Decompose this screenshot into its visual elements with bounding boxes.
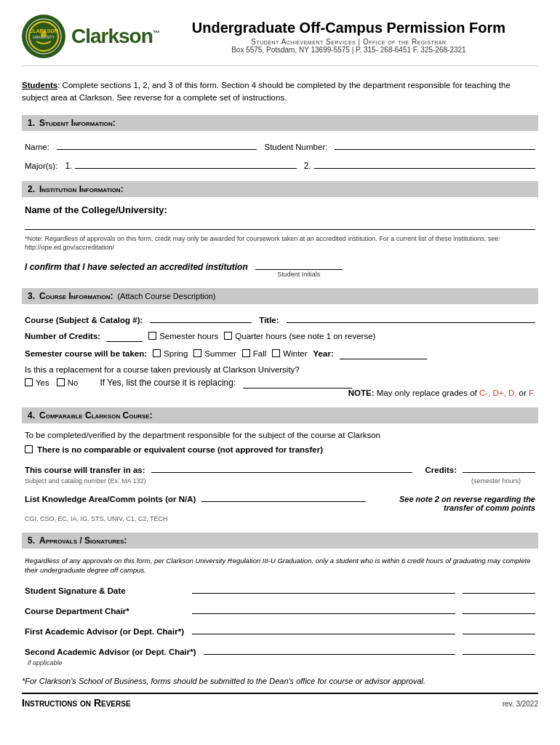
first-advisor-date-input[interactable] xyxy=(463,623,535,634)
first-advisor-label: First Academic Advisor (or Dept. Chair*) xyxy=(25,627,185,636)
no-checkbox-label[interactable]: No xyxy=(57,378,79,387)
no-text: No xyxy=(68,378,79,387)
business-note: *For Clarkson's School of Business, form… xyxy=(22,677,538,685)
second-advisor-date-input[interactable] xyxy=(463,643,535,655)
section-4-body: To be completed/verified by the departme… xyxy=(22,431,538,522)
transfer-label: This course will transfer in as: xyxy=(25,466,145,474)
transfer-sub: Subject and catalog number (Ex: MA 132) … xyxy=(25,477,535,485)
instructions-block: Students: Complete sections 1, 2, and 3 … xyxy=(22,79,538,105)
course-input[interactable] xyxy=(150,311,252,323)
year-input[interactable] xyxy=(340,348,427,359)
knowledge-sub: CGI, CSO, EC, IA, IG, STS, UNIV, C1, C2,… xyxy=(25,515,535,522)
name-label: Name: xyxy=(25,143,49,151)
confirm-initials-input[interactable] xyxy=(255,258,343,270)
quarter-hours-checkbox[interactable] xyxy=(224,332,232,340)
replacement-row: Is this a replacement for a course taken… xyxy=(25,365,535,397)
transfer-credits-input[interactable] xyxy=(463,461,535,473)
section-3-header: 3. Course Information: (Attach Course De… xyxy=(22,288,538,304)
spring-checkbox[interactable] xyxy=(153,349,161,357)
instructions-footer-label: Instructions on Reverse xyxy=(22,697,131,709)
section-5-header: 5. Approvals / Signatures: xyxy=(22,533,538,549)
fall-checkbox-label[interactable]: Fall xyxy=(242,349,267,358)
year-label: Year: xyxy=(313,349,334,358)
credits-input[interactable] xyxy=(106,330,143,342)
knowledge-hint: CGI, CSO, EC, IA, IG, STS, UNIV, C1, C2,… xyxy=(25,515,168,522)
grades-or: or xyxy=(516,389,529,397)
college-name-label: Name of the College/University: xyxy=(25,204,535,215)
replacement-question: Is this a replacement for a course taken… xyxy=(25,365,535,374)
second-advisor-sig-input[interactable] xyxy=(204,643,455,655)
section-5-title: Approvals / Signatures: xyxy=(39,535,127,546)
approvals-note: Regardless of any approvals on this form… xyxy=(25,556,535,575)
replacement-options: Yes No If Yes, list the course it is rep… xyxy=(25,377,535,389)
student-number-label: Student Number: xyxy=(264,143,327,151)
quarter-hours-text: Quarter hours (see note 1 on reverse) xyxy=(235,332,375,340)
section-1-header: 1. Student Information: xyxy=(22,115,538,131)
section-1-title: Student Information: xyxy=(39,118,116,128)
logo-circle: CLARKSON UNIVERSITY xyxy=(22,15,65,58)
logo-area: CLARKSON UNIVERSITY Clarkson™ xyxy=(22,15,159,58)
section-5-num: 5. xyxy=(28,535,35,546)
major-row: Major(s): 1. 2. xyxy=(25,157,535,171)
winter-text: Winter xyxy=(283,349,307,358)
semester-row: Semester course will be taken: Spring Su… xyxy=(25,348,535,359)
yes-checkbox[interactable] xyxy=(25,378,33,386)
no-comparable-label: There is no comparable or equivalent cou… xyxy=(37,445,323,454)
title-input[interactable] xyxy=(287,311,535,323)
no-comparable-row: There is no comparable or equivalent cou… xyxy=(25,445,535,454)
section-2-body: Name of the College/University: *Note: R… xyxy=(22,204,538,278)
form-contact: Box 5575, Potsdam, NY 13699-5575 | P. 31… xyxy=(159,46,538,54)
second-advisor-row: Second Academic Advisor (or Dept. Chair*… xyxy=(25,643,535,656)
replacing-course-input[interactable] xyxy=(243,377,352,389)
major-1-field: 1. xyxy=(65,157,296,171)
major-1-input[interactable] xyxy=(75,157,296,169)
confirm-initials-group: Student Initials xyxy=(255,258,343,278)
section-2-header: 2. Institution Information: xyxy=(22,181,538,197)
section-4-num: 4. xyxy=(28,410,35,421)
winter-checkbox-label[interactable]: Winter xyxy=(272,349,307,358)
winter-checkbox[interactable] xyxy=(272,349,280,357)
if-applicable-label: if applicable xyxy=(25,659,535,666)
yes-checkbox-label[interactable]: Yes xyxy=(25,378,49,387)
summer-text: Summer xyxy=(204,349,236,358)
major-label: Major(s): xyxy=(25,162,57,170)
summer-checkbox-label[interactable]: Summer xyxy=(193,349,236,358)
form-subtitle: Student Achievement Services | Office of… xyxy=(159,38,538,46)
grades-f: F. xyxy=(529,389,535,397)
semester-hours-checkbox[interactable] xyxy=(148,332,156,340)
first-advisor-sig-input[interactable] xyxy=(192,623,455,634)
form-title: Undergraduate Off-Campus Permission Form xyxy=(159,20,538,36)
instructions-footer: Instructions on Reverse rev. 3/2022 xyxy=(22,693,538,709)
dept-chair-sig-input[interactable] xyxy=(192,602,455,614)
no-comparable-checkbox[interactable] xyxy=(25,445,33,453)
header-right: Undergraduate Off-Campus Permission Form… xyxy=(159,20,538,54)
name-input[interactable] xyxy=(57,138,257,150)
semester-taken-label: Semester course will be taken: xyxy=(25,349,147,358)
grades-d: , D, xyxy=(504,389,517,397)
name-row: Name: Student Number: xyxy=(25,138,535,151)
course-row: Course (Subject & Catalog #): Title: xyxy=(25,311,535,324)
credits-label: Number of Credits: xyxy=(25,332,100,340)
note-label: NOTE: xyxy=(348,389,375,397)
summer-checkbox[interactable] xyxy=(193,349,201,357)
student-number-input[interactable] xyxy=(335,138,535,150)
transfer-row: This course will transfer in as: Credits… xyxy=(25,461,535,474)
section-2-num: 2. xyxy=(28,184,35,194)
section-4-title: Comparable Clarkson Course: xyxy=(39,410,153,421)
rev-date: rev. 3/2022 xyxy=(503,700,538,708)
quarter-hours-checkbox-label[interactable]: Quarter hours (see note 1 on reverse) xyxy=(224,332,375,340)
dept-chair-date-input[interactable] xyxy=(463,602,535,614)
major-2-input[interactable] xyxy=(314,157,535,169)
student-date-input[interactable] xyxy=(463,582,535,594)
college-name-input[interactable] xyxy=(25,217,535,230)
student-sig-input[interactable] xyxy=(192,582,455,594)
if-yes-label: If Yes, list the course it is replacing: xyxy=(100,378,236,388)
semester-hours-checkbox-label[interactable]: Semester hours xyxy=(148,332,218,340)
credits-label-4: Credits: xyxy=(425,466,457,474)
student-sig-label: Student Signature & Date xyxy=(25,586,185,595)
fall-checkbox[interactable] xyxy=(242,349,250,357)
spring-checkbox-label[interactable]: Spring xyxy=(153,349,188,358)
knowledge-input[interactable] xyxy=(201,490,365,502)
transfer-input[interactable] xyxy=(151,472,412,473)
no-checkbox[interactable] xyxy=(57,378,65,386)
